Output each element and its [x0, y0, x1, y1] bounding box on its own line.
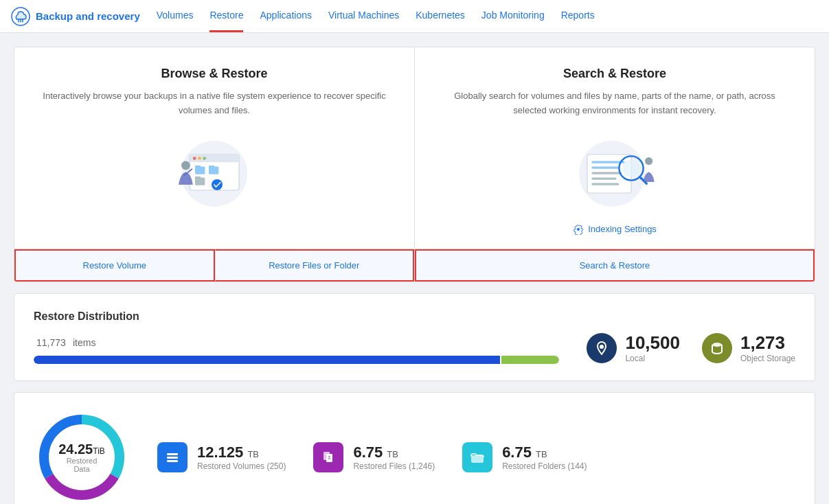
local-stat-info: 10,500 Local: [625, 332, 680, 363]
svg-rect-10: [209, 165, 214, 168]
files-stat-info: 6.75 TB Restored Files (1,246): [353, 444, 435, 471]
browse-card-desc: Interactively browse your backups in a n…: [42, 89, 387, 118]
dist-left: 11,773 items: [34, 332, 559, 364]
svg-point-27: [600, 345, 604, 349]
folders-icon-svg: [469, 449, 486, 466]
svg-rect-40: [471, 455, 484, 463]
search-restore-card: Search & Restore Globally search for vol…: [415, 47, 815, 282]
browse-card-body: Browse & Restore Interactively browse yo…: [14, 47, 414, 249]
browse-card-title: Browse & Restore: [42, 67, 387, 81]
dist-count: 11,773 items: [34, 332, 559, 350]
volumes-stat-box: 12.125 TB Restored Volumes (250): [157, 442, 286, 472]
search-card-footer: Search & Restore: [415, 249, 815, 282]
svg-point-5: [198, 157, 201, 160]
nav-item-restore[interactable]: Restore: [209, 0, 243, 32]
brand[interactable]: Backup and recovery: [11, 7, 140, 26]
svg-rect-33: [167, 453, 178, 455]
nav-item-applications[interactable]: Applications: [260, 0, 312, 32]
stats-row: 12.125 TB Restored Volumes (250): [157, 442, 795, 472]
location-pin-icon: [594, 341, 609, 356]
bucket-icon: [709, 341, 725, 356]
object-storage-icon: [702, 333, 732, 363]
restore-files-folder-button[interactable]: Restore Files or Folder: [215, 249, 415, 282]
volumes-stat-info: 12.125 TB Restored Volumes (250): [197, 444, 286, 471]
svg-rect-35: [167, 460, 178, 462]
object-count: 1,273: [740, 332, 795, 354]
object-storage-stat: 1,273 Object Storage: [702, 332, 795, 363]
files-icon: [313, 442, 343, 472]
browse-restore-card: Browse & Restore Interactively browse yo…: [14, 47, 415, 282]
files-label: Restored Files (1,246): [353, 461, 435, 471]
dist-stats: 10,500 Local 1,273 Object Storage: [587, 332, 795, 363]
progress-bar-green: [501, 356, 559, 364]
nav-item-kubernetes[interactable]: Kubernetes: [416, 0, 465, 32]
local-label: Local: [625, 354, 680, 363]
svg-rect-9: [209, 166, 218, 174]
brand-logo-icon: [11, 7, 30, 26]
svg-point-28: [712, 343, 722, 347]
donut-center: 24.25TiB Restored Data: [58, 442, 106, 473]
svg-rect-19: [591, 166, 619, 168]
search-illustration-svg: [560, 133, 670, 215]
local-stat: 10,500 Local: [587, 332, 680, 363]
nav-item-job-monitoring[interactable]: Job Monitoring: [481, 0, 545, 32]
cards-row: Browse & Restore Interactively browse yo…: [14, 47, 815, 282]
files-icon-svg: [320, 449, 337, 466]
svg-rect-37: [326, 454, 332, 462]
svg-rect-34: [167, 457, 178, 459]
svg-rect-3: [190, 154, 239, 162]
nav-item-reports[interactable]: Reports: [561, 0, 595, 32]
svg-point-24: [622, 159, 640, 177]
donut-label: Restored Data: [58, 457, 106, 473]
nav-links: Volumes Restore Applications Virtual Mac…: [157, 0, 818, 32]
svg-rect-8: [195, 165, 201, 168]
svg-rect-20: [591, 172, 622, 174]
svg-point-4: [193, 157, 196, 160]
object-stat-info: 1,273 Object Storage: [740, 332, 795, 363]
donut-value: 24.25TiB: [58, 442, 106, 457]
dist-row: 11,773 items 10,5: [34, 332, 795, 364]
restored-data-panel: 24.25TiB Restored Data 12.125: [14, 392, 815, 504]
svg-point-13: [212, 179, 223, 190]
svg-point-14: [181, 161, 190, 170]
browse-illustration: [42, 129, 387, 218]
indexing-settings-label: Indexing Settings: [588, 224, 657, 234]
svg-point-6: [203, 157, 206, 160]
navbar: Backup and recovery Volumes Restore Appl…: [0, 0, 829, 33]
progress-bar: [34, 356, 559, 364]
folders-icon: [462, 442, 492, 472]
files-value: 6.75 TB: [353, 444, 435, 461]
browse-card-footer: Restore Volume Restore Files or Folder: [14, 249, 414, 282]
search-illustration: [442, 129, 787, 218]
donut-chart: 24.25TiB Restored Data: [34, 409, 130, 504]
indexing-settings-link[interactable]: Indexing Settings: [442, 224, 787, 235]
search-card-desc: Globally search for volumes and files by…: [442, 89, 787, 118]
volumes-value: 12.125 TB: [197, 444, 286, 461]
search-card-body: Search & Restore Globally search for vol…: [415, 47, 815, 249]
local-icon: [587, 333, 617, 363]
nav-item-virtual-machines[interactable]: Virtual Machines: [328, 0, 399, 32]
svg-rect-21: [591, 177, 616, 179]
svg-rect-22: [591, 183, 619, 185]
main-content: Browse & Restore Interactively browse yo…: [0, 33, 829, 504]
browse-illustration-svg: [159, 133, 269, 215]
svg-rect-11: [195, 177, 205, 185]
svg-rect-12: [195, 176, 201, 179]
restore-distribution-panel: Restore Distribution 11,773 items: [14, 293, 815, 381]
svg-point-26: [645, 157, 652, 165]
volumes-label: Restored Volumes (250): [197, 461, 286, 471]
brand-name: Backup and recovery: [36, 10, 140, 22]
folders-label: Restored Folders (144): [502, 461, 587, 471]
progress-bar-blue: [34, 356, 500, 364]
gear-icon: [573, 224, 584, 235]
restore-volume-button[interactable]: Restore Volume: [14, 249, 215, 282]
folders-stat-box: 6.75 TB Restored Folders (144): [462, 442, 587, 472]
volumes-icon-svg: [164, 449, 181, 466]
search-restore-button[interactable]: Search & Restore: [415, 249, 815, 282]
files-stat-box: 6.75 TB Restored Files (1,246): [313, 442, 435, 472]
search-card-title: Search & Restore: [442, 67, 787, 81]
object-label: Object Storage: [740, 354, 795, 363]
local-count: 10,500: [625, 332, 680, 354]
volumes-icon: [157, 442, 188, 472]
nav-item-volumes[interactable]: Volumes: [157, 0, 194, 32]
